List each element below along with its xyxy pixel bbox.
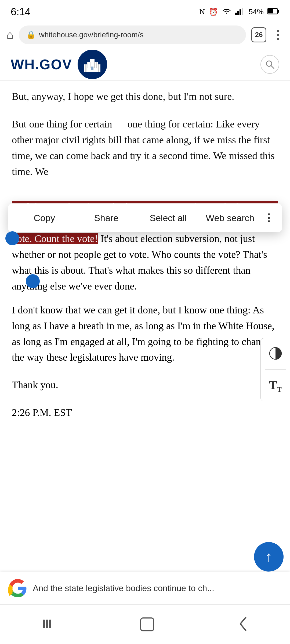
- fab-button[interactable]: ↑: [254, 542, 284, 572]
- svg-rect-12: [90, 62, 90, 68]
- svg-rect-10: [85, 64, 86, 72]
- svg-rect-3: [242, 8, 243, 15]
- nav-back-button[interactable]: [238, 616, 248, 632]
- copy-button[interactable]: Copy: [13, 207, 75, 229]
- fab-icon: ↑: [265, 548, 273, 565]
- url-bar[interactable]: 🔒 whitehouse.gov/briefing-room/s: [19, 25, 246, 44]
- svg-rect-21: [46, 620, 48, 628]
- status-icons: N ⏰ 54%: [200, 7, 279, 17]
- side-divider: [265, 369, 285, 370]
- status-time: 6:14: [11, 6, 31, 18]
- svg-rect-13: [94, 62, 95, 68]
- wifi-icon: [222, 7, 231, 17]
- side-panel: TT: [260, 338, 290, 401]
- paragraph-1-text: But, anyway, I hope we get this done, bu…: [12, 91, 234, 102]
- nfc-icon: N: [200, 8, 205, 16]
- nav-home-button[interactable]: [140, 617, 154, 631]
- lock-icon: 🔒: [26, 30, 36, 39]
- svg-rect-1: [237, 11, 239, 15]
- selection-handle-right[interactable]: [26, 274, 40, 288]
- paragraph-1: But, anyway, I hope we get this done, bu…: [12, 89, 278, 104]
- paragraph-2-text: But one thing for certain — one thing fo…: [12, 118, 275, 177]
- article-content: But, anyway, I hope we get this done, bu…: [0, 80, 290, 199]
- select-all-button[interactable]: Select all: [137, 207, 199, 229]
- more-icon[interactable]: ⋮: [272, 28, 284, 42]
- tab-count[interactable]: 26: [251, 27, 266, 42]
- paragraph-2: But one thing for certain — one thing fo…: [12, 116, 278, 180]
- web-search-button[interactable]: Web search: [199, 207, 261, 229]
- timestamp-text: 2:26 P.M. EST: [12, 407, 72, 418]
- google-logo: [8, 579, 27, 598]
- alarm-icon: ⏰: [209, 8, 218, 16]
- url-text: whitehouse.gov/briefing-room/s: [39, 31, 143, 39]
- svg-rect-9: [90, 59, 95, 62]
- site-logo[interactable]: WH.GOV: [11, 56, 72, 72]
- svg-rect-2: [240, 9, 241, 15]
- selection-handle-left[interactable]: [5, 231, 19, 245]
- svg-rect-8: [87, 62, 98, 65]
- svg-rect-11: [88, 62, 88, 68]
- signal-icon: [235, 7, 245, 17]
- font-size-button[interactable]: TT: [265, 375, 286, 397]
- google-search-text[interactable]: And the state legislative bodies continu…: [33, 583, 214, 593]
- paragraph-4: I don't know that we can get it done, bu…: [12, 302, 278, 365]
- status-bar: 6:14 N ⏰ 54%: [0, 0, 290, 21]
- site-header: WH.GOV: [0, 48, 290, 80]
- nav-menu-button[interactable]: [42, 618, 57, 631]
- svg-rect-20: [43, 620, 45, 628]
- svg-rect-5: [278, 10, 279, 13]
- battery-icon: [267, 8, 279, 16]
- paragraph-5: Thank you.: [12, 377, 278, 393]
- svg-rect-15: [98, 64, 99, 72]
- white-house-emblem: [78, 50, 107, 79]
- article-continuation: I don't know that we can get it done, bu…: [0, 294, 290, 440]
- paragraph-4-text: I don't know that we can get it done, bu…: [12, 304, 274, 363]
- svg-line-18: [271, 66, 274, 68]
- contrast-button[interactable]: [265, 343, 286, 364]
- battery-text: 54%: [249, 8, 264, 16]
- svg-rect-14: [96, 62, 97, 68]
- google-search-bar[interactable]: And the state legislative bodies continu…: [0, 572, 290, 604]
- svg-rect-22: [49, 620, 51, 628]
- share-button[interactable]: Share: [75, 207, 137, 229]
- browser-bar: ⌂ 🔒 whitehouse.gov/briefing-room/s 26 ⋮: [0, 21, 290, 48]
- svg-rect-6: [268, 9, 273, 13]
- svg-rect-0: [235, 13, 237, 15]
- nav-bar: [0, 604, 290, 644]
- timestamp: 2:26 P.M. EST: [12, 405, 278, 420]
- home-icon[interactable]: ⌂: [6, 28, 13, 42]
- svg-rect-16: [91, 67, 93, 70]
- context-menu: Copy Share Select all Web search ⋮: [8, 203, 282, 232]
- paragraph-5-text: Thank you.: [12, 379, 58, 390]
- more-options-button[interactable]: ⋮: [261, 207, 277, 229]
- search-button[interactable]: [260, 55, 279, 74]
